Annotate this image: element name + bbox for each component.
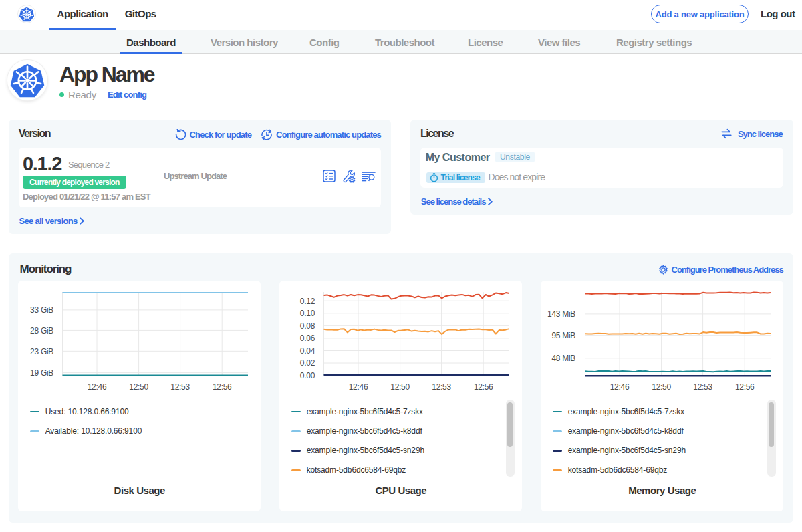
svg-text:0.08: 0.08 [300, 321, 315, 330]
svg-text:12:46: 12:46 [88, 382, 107, 391]
svg-text:19 GiB: 19 GiB [30, 368, 53, 377]
svg-text:23 GiB: 23 GiB [30, 346, 53, 356]
svg-text:28 GiB: 28 GiB [30, 325, 53, 335]
svg-text:0.00: 0.00 [300, 370, 315, 380]
svg-text:12:50: 12:50 [130, 382, 149, 391]
svg-text:12:53: 12:53 [694, 382, 713, 391]
svg-text:12:56: 12:56 [735, 382, 755, 391]
svg-text:95 MiB: 95 MiB [552, 331, 576, 340]
svg-text:12:53: 12:53 [432, 382, 452, 391]
svg-text:0.06: 0.06 [300, 334, 315, 343]
svg-text:12:50: 12:50 [652, 382, 672, 391]
svg-text:33 GiB: 33 GiB [30, 305, 53, 315]
svg-text:0.02: 0.02 [300, 358, 315, 368]
svg-text:12:53: 12:53 [171, 382, 190, 391]
svg-text:0.10: 0.10 [300, 309, 315, 318]
svg-text:0.04: 0.04 [300, 346, 315, 355]
svg-text:12:46: 12:46 [349, 382, 368, 391]
svg-text:12:50: 12:50 [391, 382, 410, 391]
svg-text:48 MiB: 48 MiB [552, 354, 576, 363]
svg-text:0.12: 0.12 [300, 296, 315, 305]
svg-text:12:56: 12:56 [213, 382, 232, 391]
svg-text:12:46: 12:46 [610, 382, 630, 391]
svg-text:143 MiB: 143 MiB [547, 309, 575, 319]
svg-text:12:56: 12:56 [474, 382, 493, 391]
